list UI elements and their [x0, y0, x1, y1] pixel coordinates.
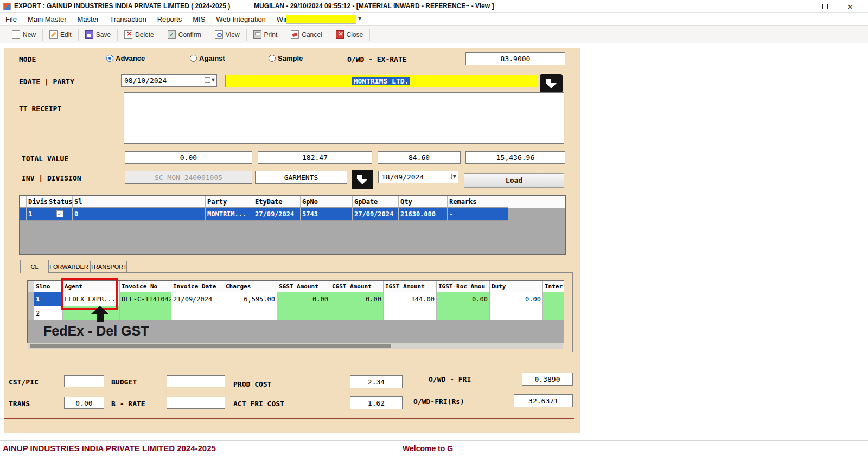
col-etydate[interactable]: EtyDate	[253, 196, 301, 208]
delete-button[interactable]: Delete	[119, 28, 159, 41]
cst-pic-field[interactable]	[64, 375, 104, 387]
tt-receipt-textarea[interactable]	[124, 92, 564, 144]
total-value-field-1[interactable]: 0.00	[125, 151, 252, 164]
col-divis[interactable]: Divis	[27, 196, 47, 208]
col-qty[interactable]: Qty	[399, 196, 448, 208]
prod-cost-field[interactable]: 2.34	[350, 375, 403, 388]
division-lookup-button[interactable]	[352, 170, 373, 189]
col-charges[interactable]: Charges	[224, 281, 277, 292]
calendar-dropdown-icon[interactable]: ▼	[205, 77, 215, 83]
close-form-button[interactable]: Close	[331, 28, 368, 41]
col-igst-roc[interactable]: IGST_Roc_Amou	[437, 281, 490, 292]
radio-advance[interactable]	[106, 55, 113, 62]
cell-qty[interactable]: 21630.000	[399, 208, 448, 221]
division-field[interactable]: GARMENTS	[255, 171, 347, 184]
cancel-button[interactable]: Cancel	[286, 28, 327, 41]
col-gpdate[interactable]: GpDate	[353, 196, 399, 208]
cell-cgst[interactable]	[330, 306, 384, 320]
cell-invoice-no[interactable]: DEL-C-1141042	[120, 292, 171, 306]
col-cgst[interactable]: CGST_Amount	[330, 281, 384, 292]
total-value-field-3[interactable]: 84.60	[378, 151, 461, 164]
maximize-button[interactable]	[813, 0, 838, 13]
menu-reports[interactable]: Reports	[152, 13, 188, 25]
menu-main-master[interactable]: Main Master	[22, 13, 72, 25]
cell-charges[interactable]	[224, 306, 277, 320]
total-value-field-2[interactable]: 182.47	[258, 151, 372, 164]
status-checkbox[interactable]: ✓	[56, 210, 63, 217]
tab-forwarder[interactable]: FORWARDER	[52, 261, 86, 272]
cell-sgst[interactable]	[277, 306, 330, 320]
inv-date-picker[interactable]: 18/09/2024 ▼	[378, 171, 458, 183]
col-sl[interactable]: Sl	[73, 196, 206, 208]
cell-igst[interactable]: 144.00	[384, 292, 437, 306]
col-duty[interactable]: Duty	[490, 281, 543, 292]
col-party[interactable]: Party	[206, 196, 253, 208]
cell-sgst[interactable]: 0.00	[277, 292, 330, 306]
cell-gpno[interactable]: 5743	[301, 208, 353, 221]
radio-advance-label[interactable]: Advance	[116, 54, 145, 62]
menu-search-combo[interactable]	[286, 15, 356, 24]
cell-gpdate[interactable]: 27/09/2024	[353, 208, 399, 221]
scrollbar-thumb[interactable]	[30, 344, 391, 348]
cell-party[interactable]: MONTRIM...	[206, 208, 253, 221]
col-remarks[interactable]: Remarks	[448, 196, 508, 208]
col-invoice-no[interactable]: Invoice_No	[120, 281, 171, 292]
exrate-field[interactable]: 83.9000	[465, 52, 565, 65]
party-lookup-button[interactable]	[540, 74, 563, 93]
owd-fri-field[interactable]: 0.3890	[522, 373, 573, 386]
minimize-button[interactable]	[788, 0, 813, 13]
col-igst[interactable]: IGST_Amount	[384, 281, 437, 292]
cell-slno[interactable]: 2	[34, 306, 63, 320]
budget-field[interactable]	[167, 375, 225, 387]
grid-horizontal-scrollbar[interactable]	[28, 343, 563, 349]
cell-status[interactable]: ✓	[47, 208, 73, 221]
col-slno[interactable]: Slno	[34, 281, 63, 292]
cell-inter[interactable]	[543, 306, 564, 320]
cell-igst-roc[interactable]	[437, 306, 490, 320]
col-invoice-date[interactable]: Invoice_Date	[171, 281, 224, 292]
act-fri-cost-field[interactable]: 1.62	[350, 396, 403, 409]
radio-against[interactable]	[190, 55, 197, 62]
radio-against-label[interactable]: Against	[199, 54, 225, 62]
cell-divis[interactable]: 1	[27, 208, 47, 221]
menu-master[interactable]: Master	[72, 13, 104, 25]
cell-charges[interactable]: 6,595.00	[224, 292, 277, 306]
party-field[interactable]: MONTRIMS LTD.	[225, 75, 537, 87]
edit-button[interactable]: Edit	[44, 28, 76, 41]
b-rate-field[interactable]	[167, 397, 225, 409]
col-status[interactable]: Status	[47, 196, 73, 208]
cell-invoice-date[interactable]	[171, 306, 224, 320]
calendar-dropdown-icon[interactable]: ▼	[446, 174, 456, 179]
cell-duty[interactable]	[490, 306, 543, 320]
tab-transport[interactable]: TRANSPORT	[90, 261, 127, 272]
cell-slno[interactable]: 1	[34, 292, 63, 306]
cell-remarks[interactable]: -	[448, 208, 508, 221]
load-button[interactable]: Load	[464, 173, 564, 188]
total-value-field-4[interactable]: 15,436.96	[465, 151, 565, 164]
owd-fri-rs-field[interactable]: 32.6371	[514, 394, 573, 407]
cell-duty[interactable]: 0.00	[490, 292, 543, 306]
edate-picker[interactable]: 08/10/2024 ▼	[121, 74, 217, 87]
tab-cl[interactable]: CL	[20, 260, 49, 273]
cell-inter[interactable]	[543, 292, 564, 306]
col-inter[interactable]: Inter	[543, 281, 564, 292]
close-button[interactable]: ×	[838, 0, 863, 13]
combo-dropdown-icon[interactable]: ▼	[358, 16, 361, 21]
confirm-button[interactable]: Confirm	[163, 28, 206, 41]
menu-file[interactable]: File	[0, 13, 22, 25]
cell-igst-roc[interactable]: 0.00	[437, 292, 490, 306]
menu-mis[interactable]: MIS	[187, 13, 210, 25]
cell-igst[interactable]	[384, 306, 437, 320]
menu-web-integration[interactable]: Web Integration	[210, 13, 271, 25]
cell-invoice-date[interactable]: 21/09/2024	[171, 292, 224, 306]
cell-etydate[interactable]: 27/09/2024	[253, 208, 301, 221]
new-button[interactable]: New	[7, 28, 41, 41]
cell-cgst[interactable]: 0.00	[330, 292, 384, 306]
view-button[interactable]: View	[210, 28, 245, 41]
table-row[interactable]: 1 ✓ 0 MONTRIM... 27/09/2024 5743 27/09/2…	[20, 208, 565, 221]
radio-sample-label[interactable]: Sample	[278, 54, 303, 62]
save-button[interactable]: Save	[80, 28, 116, 41]
col-gpno[interactable]: GpNo	[301, 196, 353, 208]
trans-field[interactable]: 0.00	[64, 397, 104, 409]
cell-invoice-no[interactable]	[120, 306, 171, 320]
